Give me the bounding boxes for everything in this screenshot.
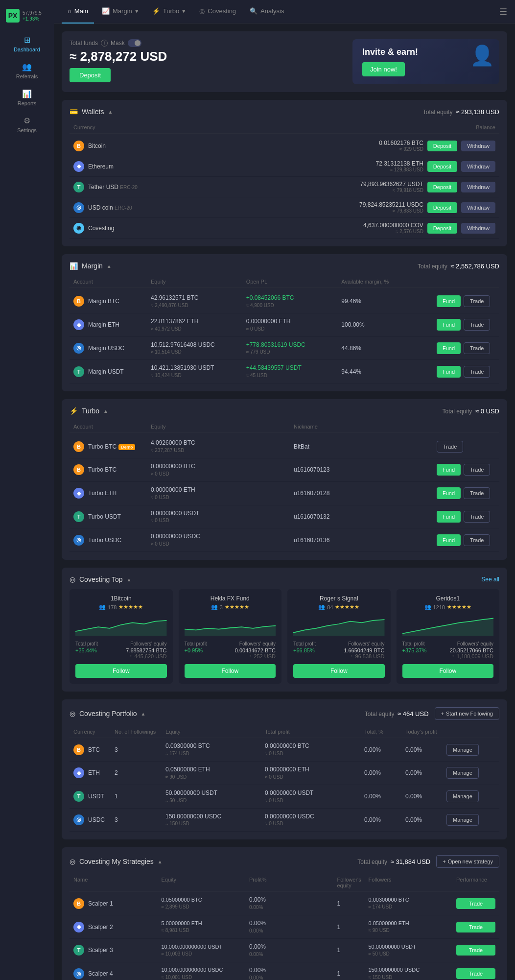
strategy-label: Scalper 4 [88,970,113,977]
tab-main[interactable]: ⌂ Main [62,0,94,24]
hamburger-icon[interactable]: ☰ [499,6,507,17]
fund-button[interactable]: Fund [437,511,461,523]
hide-menu-button[interactable]: ◁ Hide menu [5,978,49,980]
margin-chevron[interactable]: ▲ [107,263,112,269]
strategies-chevron[interactable]: ▲ [158,859,163,864]
turbo-icon: ⚡ [70,407,78,415]
strategy-label: Scalper 2 [88,924,113,931]
covesting-tab-icon: ◎ [199,7,205,15]
trade-strategy-button[interactable]: Trade [456,922,495,932]
trade-strategy-button[interactable]: Trade [456,968,495,979]
trade-button[interactable]: Trade [464,464,490,476]
invite-title: Invite & earn! [362,47,418,57]
open-strategy-button[interactable]: + Open new strategy [436,855,499,868]
trade-button[interactable]: Trade [464,319,490,331]
wallet-balance-area: 72.31312138 ETH ≈ 129,883 USD Deposit Wi… [284,160,495,172]
currency-icon: ◎ [73,535,84,546]
withdraw-button[interactable]: Withdraw [461,202,495,213]
turbo-actions: Fund Trade [437,511,495,523]
withdraw-button[interactable]: Withdraw [461,141,495,151]
deposit-button[interactable]: Deposit [427,161,457,172]
start-following-button[interactable]: + Start new Following [435,707,499,720]
portfolio-chevron[interactable]: ▲ [141,711,146,717]
demo-badge: Demo [118,444,135,450]
tab-margin[interactable]: 📈 Margin ▾ [96,0,144,24]
strategies-label: Covesting My Strategies [79,858,154,865]
turbo-chevron[interactable]: ▲ [103,408,108,414]
manage-button[interactable]: Manage [446,767,479,779]
trade-button[interactable]: Trade [464,295,490,307]
see-all-link[interactable]: See all [481,576,499,583]
currency-icon: B [73,296,84,307]
manage-button[interactable]: Manage [446,744,479,756]
currency-icon: T [73,945,84,956]
follow-button[interactable]: Follow [185,664,276,678]
invite-card: Invite & earn! Join now! 👤 [352,39,499,84]
tab-turbo[interactable]: ⚡ Turbo ▾ [146,0,191,24]
portfolio-currency: ◆ ETH [73,767,113,778]
withdraw-button[interactable]: Withdraw [461,223,495,234]
strategy-followers-equity: 150.00000000 USDC ≈ 150 USD [369,966,455,980]
portfolio-followings: 3 [115,746,164,753]
trade-strategy-button[interactable]: Trade [456,898,495,909]
fund-button[interactable]: Fund [437,487,461,499]
margin-table-header: Account Equity Open PL Available margin,… [70,276,499,288]
trade-button[interactable]: Trade [464,511,490,523]
manage-button[interactable]: Manage [446,790,479,802]
plus-icon-strat: + [443,859,445,864]
strategy-profit: 0.00% 0.00% [249,943,335,958]
deposit-button[interactable]: Deposit [427,202,457,213]
deposit-button[interactable]: Deposit [427,223,457,234]
sidebar-item-label-reports: Reports [18,100,37,106]
wallets-title: 💳 Wallets ▲ [70,108,113,116]
currency-ticker: USDC [88,816,105,823]
balance-text: 72.31312138 ETH ≈ 129,883 USD [375,160,423,172]
sidebar-item-dashboard[interactable]: ⊞ Dashboard [0,30,54,57]
fund-button[interactable]: Fund [437,464,461,476]
fund-button[interactable]: Fund [437,295,461,307]
deposit-button[interactable]: Deposit [427,141,457,151]
table-row: B Turbo BTC 0.00000000 BTC ≈ 0 USD u1616… [70,458,499,482]
follow-button[interactable]: Follow [293,664,385,678]
mini-chart [402,616,494,636]
fund-button[interactable]: Fund [437,342,461,354]
mask-toggle-switch[interactable] [128,39,141,47]
strategy-followers: 1 [337,947,367,954]
trade-button[interactable]: Trade [437,441,463,453]
sidebar-item-reports[interactable]: 📊 Reports [0,84,54,111]
sidebar-item-settings[interactable]: ⚙ Settings [0,111,54,138]
trade-button[interactable]: Trade [464,534,490,546]
withdraw-button[interactable]: Withdraw [461,182,495,192]
covesting-top-chevron[interactable]: ▲ [126,577,131,582]
logo-icon[interactable]: PX [6,9,20,23]
currency-name: Covesting [88,225,114,232]
trade-button[interactable]: Trade [464,342,490,354]
sidebar-item-referrals[interactable]: 👥 Referrals [0,57,54,84]
account-name: Turbo ETH [88,490,117,497]
follow-button[interactable]: Follow [75,664,167,678]
currency-name: Ethereum [88,163,114,170]
deposit-button[interactable]: Deposit [427,182,457,192]
trade-button[interactable]: Trade [464,366,490,378]
manage-button[interactable]: Manage [446,814,479,826]
table-row: ◎ Margin USDC 10,512.97616408 USDC ≈ 10,… [70,337,499,360]
join-now-button[interactable]: Join now! [362,62,405,76]
trade-button[interactable]: Trade [464,487,490,499]
portfolio-total-pct: 0.00% [364,816,403,823]
fund-button[interactable]: Fund [437,319,461,331]
trade-strategy-button[interactable]: Trade [456,945,495,956]
total-funds-info-icon[interactable]: i [101,40,108,47]
portfolio-actions: Manage [446,767,495,779]
strategy-followers-equity: 0.00300000 BTC ≈ 174 USD [369,896,455,910]
fund-button[interactable]: Fund [437,366,461,378]
tab-analysis[interactable]: 🔍 Analysis [244,0,290,24]
withdraw-button[interactable]: Withdraw [461,161,495,172]
tab-covesting[interactable]: ◎ Covesting [193,0,242,24]
table-row: T Scalper 3 10,000.000000000 USDT ≈ 10,0… [70,939,499,962]
follow-button[interactable]: Follow [402,664,494,678]
wallets-chevron[interactable]: ▲ [108,109,113,115]
deposit-button[interactable]: Deposit [70,68,111,82]
portfolio-icon: ◎ [70,710,75,717]
fund-button[interactable]: Fund [437,534,461,546]
cov-card-name: Roger s Signal [293,595,385,602]
